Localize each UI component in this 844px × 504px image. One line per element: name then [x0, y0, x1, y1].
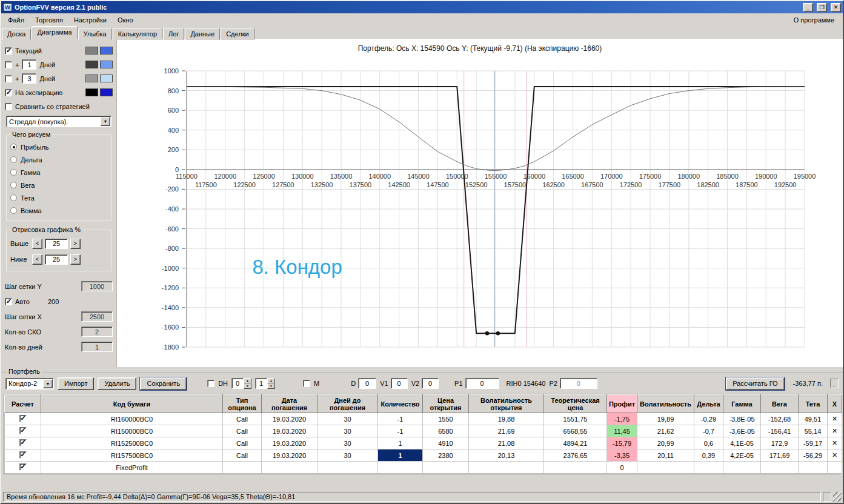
- below-percent-input[interactable]: [45, 254, 68, 265]
- radio-profit[interactable]: [10, 144, 17, 150]
- radio-delta[interactable]: [10, 156, 17, 163]
- below-increase-button[interactable]: >: [70, 254, 81, 265]
- plus3-color2-swatch[interactable]: [100, 75, 113, 82]
- v2-input[interactable]: [422, 378, 439, 389]
- current-color2-swatch[interactable]: [100, 47, 113, 55]
- d-input[interactable]: [358, 378, 376, 389]
- grid-x-input[interactable]: [81, 311, 113, 322]
- row-calc-checkbox-cell[interactable]: [5, 449, 41, 462]
- col-header-vega[interactable]: Вега: [761, 395, 799, 413]
- cell-qty[interactable]: 1: [378, 449, 423, 462]
- dh-spinner-2[interactable]: ▲▼: [255, 378, 275, 389]
- row-close-button[interactable]: ✕: [828, 449, 842, 462]
- tab-diagram[interactable]: Диаграмма: [32, 26, 77, 39]
- grid-y-input[interactable]: [81, 281, 113, 291]
- expiration-checkbox[interactable]: [5, 89, 12, 96]
- dh-spinner-1[interactable]: ▲▼: [231, 378, 251, 389]
- below-decrease-button[interactable]: <: [32, 254, 42, 265]
- radio-gamma[interactable]: [10, 169, 17, 176]
- maximize-icon[interactable]: ❒: [817, 3, 827, 12]
- col-header-open_vol[interactable]: Волатильность открытия: [469, 395, 544, 413]
- plus3-days-input[interactable]: [22, 73, 36, 84]
- spin-up-icon[interactable]: ▲: [267, 378, 275, 383]
- chevron-down-icon[interactable]: ▼: [43, 379, 53, 388]
- col-header-profit[interactable]: Профит: [607, 395, 637, 413]
- above-increase-button[interactable]: >: [70, 239, 81, 249]
- plus1-days-input[interactable]: [22, 59, 36, 70]
- menu-window[interactable]: Окно: [112, 15, 139, 25]
- tab-deals[interactable]: Сделки: [221, 28, 254, 40]
- payoff-chart[interactable]: 10008006004002000-200-400-600-800-1000-1…: [117, 53, 843, 367]
- col-header-theo_price[interactable]: Теоретическая цена: [544, 395, 607, 413]
- tab-board[interactable]: Доска: [2, 28, 31, 40]
- v1-input[interactable]: [391, 378, 408, 389]
- tab-smile[interactable]: Улыбка: [78, 28, 112, 40]
- minimize-icon[interactable]: _: [803, 3, 813, 12]
- row-close-button[interactable]: ✕: [828, 437, 842, 449]
- m-checkbox[interactable]: [303, 380, 310, 387]
- menu-trade[interactable]: Торговля: [30, 15, 68, 25]
- col-header-gamma[interactable]: Гамма: [723, 395, 761, 413]
- col-header-vol[interactable]: Волатильность: [637, 395, 694, 413]
- sko-input[interactable]: [81, 327, 113, 337]
- menu-settings[interactable]: Настройки: [68, 15, 112, 25]
- row-calc-checkbox-cell[interactable]: [5, 425, 41, 437]
- col-header-checked[interactable]: Расчет: [5, 395, 41, 413]
- row-calc-checkbox[interactable]: [19, 427, 27, 434]
- p1-input[interactable]: [465, 378, 499, 389]
- save-button[interactable]: Сохранить: [140, 377, 187, 390]
- col-header-open_price[interactable]: Цена открытия: [423, 395, 469, 413]
- row-close-button[interactable]: ✕: [828, 425, 842, 437]
- current-checkbox[interactable]: [5, 47, 12, 55]
- delete-button[interactable]: Удалить: [98, 377, 136, 390]
- tab-data[interactable]: Данные: [185, 28, 220, 40]
- col-header-code[interactable]: Код бумаги: [41, 395, 223, 413]
- col-header-expiry[interactable]: Дата погашения: [262, 395, 317, 413]
- radio-vomma[interactable]: [10, 207, 17, 214]
- plus1-color1-swatch[interactable]: [85, 61, 98, 68]
- tab-log[interactable]: Лог: [163, 28, 184, 40]
- cell-qty[interactable]: 1: [378, 437, 423, 449]
- dh-spinner-1-input[interactable]: [231, 378, 244, 389]
- auto-checkbox[interactable]: [5, 298, 12, 305]
- cell-qty[interactable]: -1: [378, 413, 423, 425]
- days-count-input[interactable]: [81, 342, 113, 352]
- col-header-type[interactable]: Тип опциона: [223, 395, 262, 413]
- spin-down-icon[interactable]: ▼: [267, 383, 275, 389]
- col-header-delta[interactable]: Дельта: [694, 395, 723, 413]
- col-header-qty[interactable]: Количество: [378, 395, 423, 413]
- strategy-dropdown[interactable]: Стреддл (покупка). ▼: [6, 116, 111, 127]
- resize-grip[interactable]: [833, 492, 842, 502]
- row-calc-checkbox[interactable]: [19, 463, 27, 471]
- p2-input[interactable]: [560, 378, 597, 389]
- calc-go-button[interactable]: Рассчитать ГО: [726, 377, 784, 390]
- plus3-checkbox[interactable]: [5, 75, 12, 82]
- cell-qty[interactable]: [378, 462, 423, 474]
- row-calc-checkbox[interactable]: [19, 451, 27, 459]
- plus1-color2-swatch[interactable]: [100, 61, 113, 68]
- menu-file[interactable]: Файл: [2, 15, 30, 25]
- row-calc-checkbox[interactable]: [19, 439, 27, 446]
- radio-vega[interactable]: [10, 182, 17, 188]
- col-header-theta[interactable]: Тета: [799, 395, 828, 413]
- row-calc-checkbox-cell[interactable]: [5, 437, 41, 449]
- radio-theta[interactable]: [10, 194, 17, 201]
- cell-qty[interactable]: -1: [378, 425, 423, 437]
- panel-splitter-handle[interactable]: _: [830, 379, 839, 388]
- menu-about[interactable]: О программе: [794, 16, 842, 24]
- expiration-color1-swatch[interactable]: [85, 88, 98, 96]
- dh-checkbox[interactable]: [207, 380, 214, 387]
- spin-down-icon[interactable]: ▼: [244, 383, 251, 389]
- row-calc-checkbox-cell[interactable]: [5, 462, 41, 474]
- spin-up-icon[interactable]: ▲: [244, 378, 251, 383]
- preset-dropdown[interactable]: Кондор-2 ▼: [5, 378, 54, 390]
- import-button[interactable]: Импорт: [58, 377, 94, 390]
- col-header-days[interactable]: Дней до погашения: [317, 395, 378, 413]
- col-header-close[interactable]: X: [828, 395, 842, 413]
- above-percent-input[interactable]: [45, 239, 68, 249]
- compare-checkbox[interactable]: [5, 103, 12, 110]
- tab-calculator[interactable]: Калькулятор: [113, 28, 162, 40]
- dh-spinner-2-input[interactable]: [255, 378, 267, 389]
- expiration-color2-swatch[interactable]: [100, 88, 113, 96]
- row-close-button[interactable]: ✕: [828, 413, 842, 425]
